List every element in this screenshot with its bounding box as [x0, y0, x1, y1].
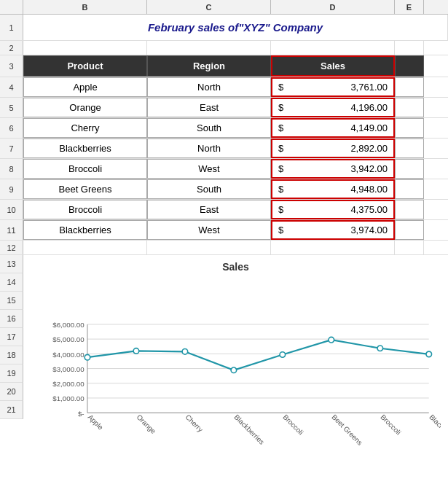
chart-area: Sales $6,000.00$5,000.00$4,000.00$3,000.…: [23, 255, 448, 503]
cell-6-region: South: [147, 118, 271, 138]
sales-amount-8: 3,942.00: [350, 163, 388, 174]
sales-amount-11: 3,974.00: [350, 225, 388, 235]
x-label-3: Blackberries: [232, 413, 266, 446]
cell-4-product: Apple: [23, 77, 147, 97]
y-label-3: $3,000.00: [52, 365, 85, 373]
chart-rownums: 13 14 15 16 17 18 19 20 21: [0, 255, 23, 503]
row-5: 5 Orange East $ 4,196.00: [0, 98, 448, 118]
cell-9-sales: $ 4,948.00: [271, 179, 395, 199]
data-point-2: [182, 349, 188, 355]
y-label-4: $2,000.00: [52, 380, 85, 388]
sales-dollar-10: $: [278, 204, 283, 215]
sales-dollar-4: $: [278, 82, 283, 93]
y-label-0: $6,000.00: [52, 321, 85, 329]
sales-dollar-8: $: [278, 163, 283, 174]
data-point-1: [133, 348, 139, 354]
row-2: 2: [0, 41, 448, 55]
data-point-7: [426, 351, 432, 357]
y-label-2: $4,000.00: [52, 351, 85, 359]
cell-5-e: [395, 98, 424, 117]
row-1: 1 February sales of"XYZ" Company: [0, 15, 448, 41]
cell-12b: [23, 241, 147, 254]
row-7: 7 Blackberries North $ 2,892.00: [0, 139, 448, 159]
chart-svg: $6,000.00$5,000.00$4,000.00$3,000.00$2,0…: [31, 277, 441, 497]
cell-6-product: Cherry: [23, 118, 147, 138]
col-header-row: B C D E: [0, 0, 448, 15]
cell-12e: [395, 241, 424, 254]
row-11: 11 Blackberries West $ 3,974.00: [0, 220, 448, 241]
row-9: 9 Beet Greens South $ 4,948.00: [0, 179, 448, 200]
row-3: 3 Product Region Sales: [0, 55, 448, 77]
cell-11-sales: $ 3,974.00: [271, 220, 395, 240]
chart-container: $6,000.00$5,000.00$4,000.00$3,000.00$2,0…: [31, 277, 441, 497]
x-label-0: Apple: [87, 413, 105, 431]
spreadsheet: B C D E 1 February sales of"XYZ" Company…: [0, 0, 448, 503]
rownum-3: 3: [0, 55, 23, 77]
sales-amount-7: 2,892.00: [350, 143, 388, 154]
chart-section: 13 14 15 16 17 18 19 20 21 Sales $6,000.…: [0, 255, 448, 503]
cell-2e: [395, 41, 424, 55]
cell-4-sales: $ 3,761.00: [271, 77, 395, 97]
cell-4-e: [395, 77, 424, 97]
y-label-6: $-: [78, 410, 85, 418]
header-product: Product: [23, 55, 147, 77]
rownum-13: 13: [0, 255, 23, 273]
sales-dollar-11: $: [278, 225, 283, 235]
sales-amount-9: 4,948.00: [350, 184, 388, 195]
rownum-11: 11: [0, 220, 23, 240]
cell-6-e: [395, 118, 424, 138]
col-header-e: E: [395, 0, 424, 14]
data-point-4: [280, 352, 286, 358]
cell-10-e: [395, 200, 424, 219]
cell-2d: [271, 41, 395, 55]
cell-8-e: [395, 159, 424, 179]
data-point-3: [231, 367, 237, 373]
cell-12d: [271, 241, 395, 254]
data-point-5: [329, 337, 334, 343]
sales-amount-6: 4,149.00: [350, 122, 388, 133]
rownum-1: 1: [0, 15, 23, 40]
rownum-17: 17: [0, 328, 23, 346]
x-label-4: Broccoli: [281, 413, 304, 436]
rownum-15: 15: [0, 292, 23, 310]
sales-amount-10: 4,375.00: [350, 204, 388, 215]
cell-2b: [23, 41, 147, 55]
cell-9-product: Beet Greens: [23, 179, 147, 199]
rownum-10: 10: [0, 200, 23, 219]
rownum-9: 9: [0, 179, 23, 199]
rownum-19: 19: [0, 364, 23, 383]
header-region: Region: [147, 55, 271, 77]
header-e: [395, 55, 424, 77]
cell-11-e: [395, 220, 424, 240]
cell-12c: [147, 241, 271, 254]
cell-4-region: North: [147, 77, 271, 97]
cell-6-sales: $ 4,149.00: [271, 118, 395, 138]
cell-5-product: Orange: [23, 98, 147, 117]
rownum-14: 14: [0, 273, 23, 292]
cell-7-e: [395, 139, 424, 158]
y-label-5: $1,000.00: [52, 394, 85, 402]
sales-amount-5: 4,196.00: [350, 102, 388, 113]
row-6: 6 Cherry South $ 4,149.00: [0, 118, 448, 139]
cell-9-e: [395, 179, 424, 199]
cell-8-region: West: [147, 159, 271, 179]
cell-10-region: East: [147, 200, 271, 219]
sales-dollar-5: $: [278, 102, 283, 113]
x-label-5: Beet Greens: [330, 413, 364, 447]
cell-11-product: Blackberries: [23, 220, 147, 240]
cell-10-product: Broccoli: [23, 200, 147, 219]
cell-2c: [147, 41, 271, 55]
rownum-21: 21: [0, 401, 23, 419]
rownum-12: 12: [0, 241, 23, 254]
col-header-d: D: [271, 0, 395, 14]
chart-line: [87, 340, 429, 370]
cell-10-sales: $ 4,375.00: [271, 200, 395, 219]
row-4: 4 Apple North $ 3,761.00: [0, 77, 448, 98]
data-point-0: [85, 354, 90, 360]
rownum-8: 8: [0, 159, 23, 179]
sales-amount-4: 3,761.00: [350, 82, 388, 93]
corner-cell: [0, 0, 23, 14]
chart-title: Sales: [222, 261, 249, 273]
rownum-16: 16: [0, 310, 23, 328]
x-label-2: Cherry: [184, 413, 205, 434]
